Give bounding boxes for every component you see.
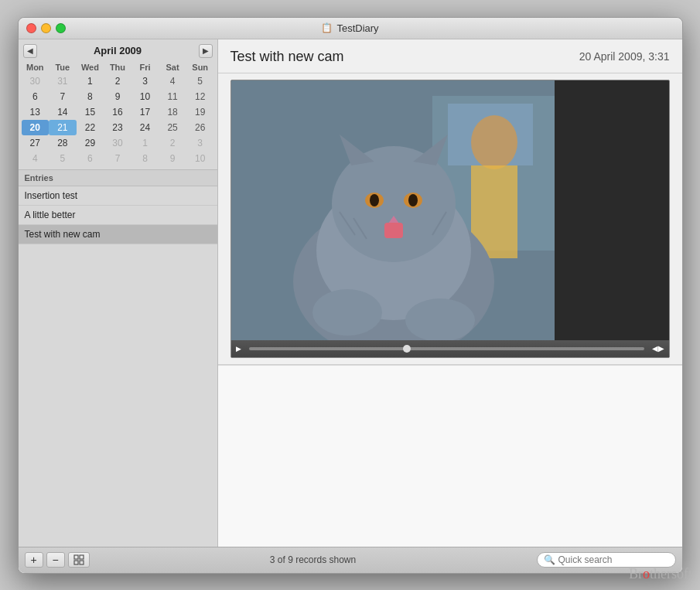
close-button[interactable] xyxy=(26,23,36,33)
calendar-day[interactable]: 13 xyxy=(22,104,50,120)
calendar-day[interactable]: 1 xyxy=(131,135,159,151)
title-text: TestDiary xyxy=(336,22,378,34)
svg-rect-15 xyxy=(384,223,403,238)
main-window: 📋 TestDiary ◀ April 2009 ▶ Mon Tue xyxy=(18,17,683,574)
calendar: ◀ April 2009 ▶ Mon Tue Wed Thu Fri Sat xyxy=(19,39,217,170)
calendar-week-row: 20212223242526 xyxy=(22,120,214,135)
weekday-mon: Mon xyxy=(22,61,50,73)
calendar-day[interactable]: 26 xyxy=(186,120,214,135)
document-icon: 📋 xyxy=(321,22,333,33)
calendar-day[interactable]: 7 xyxy=(49,89,77,104)
calendar-day[interactable]: 29 xyxy=(77,135,104,151)
weekday-sat: Sat xyxy=(159,61,186,73)
search-input[interactable] xyxy=(558,554,667,565)
bottom-toolbar: + − 3 of 9 records shown 🔍 xyxy=(19,547,682,573)
entries-list: Insertion testA little betterTest with n… xyxy=(19,186,217,547)
play-button[interactable]: ▶ xyxy=(236,345,241,353)
calendar-day[interactable]: 15 xyxy=(77,104,104,120)
svg-rect-21 xyxy=(74,555,78,559)
calendar-day[interactable]: 27 xyxy=(22,135,50,151)
calendar-day[interactable]: 8 xyxy=(77,89,104,104)
calendar-day[interactable]: 8 xyxy=(131,151,159,166)
calendar-day[interactable]: 12 xyxy=(186,89,214,104)
calendar-weekday-row: Mon Tue Wed Thu Fri Sat Sun xyxy=(22,61,214,73)
video-scrubber[interactable] xyxy=(249,347,644,350)
svg-point-13 xyxy=(408,194,418,206)
search-container: 🔍 xyxy=(537,552,676,568)
calendar-week-row: 6789101112 xyxy=(22,89,214,104)
entry-item[interactable]: Insertion test xyxy=(19,186,217,206)
calendar-day[interactable]: 10 xyxy=(186,151,214,166)
calendar-week-row: 13141516171819 xyxy=(22,104,214,120)
video-controls: ▶ ◀▶ xyxy=(231,340,669,357)
svg-point-17 xyxy=(405,298,475,340)
calendar-day[interactable]: 16 xyxy=(104,104,131,120)
calendar-day[interactable]: 11 xyxy=(159,89,186,104)
calendar-day[interactable]: 6 xyxy=(22,89,50,104)
calendar-day[interactable]: 2 xyxy=(104,73,131,89)
maximize-button[interactable] xyxy=(56,23,66,33)
video-area: ▶ ◀▶ xyxy=(218,73,682,365)
calendar-day[interactable]: 17 xyxy=(131,104,159,120)
calendar-day[interactable]: 2 xyxy=(159,135,186,151)
window-title: 📋 TestDiary xyxy=(321,22,378,34)
calendar-day[interactable]: 30 xyxy=(104,135,131,151)
calendar-day[interactable]: 5 xyxy=(49,151,77,166)
entry-header: Test with new cam 20 April 2009, 3:31 xyxy=(218,39,682,73)
calendar-header: ◀ April 2009 ▶ xyxy=(22,44,214,58)
calendar-day[interactable]: 14 xyxy=(49,104,77,120)
weekday-thu: Thu xyxy=(104,61,131,73)
calendar-day[interactable]: 22 xyxy=(77,120,104,135)
weekday-tue: Tue xyxy=(49,61,77,73)
calendar-day[interactable]: 20 xyxy=(22,120,50,135)
calendar-week-row: 45678910 xyxy=(22,151,214,166)
entries-header: Entries xyxy=(19,170,217,186)
calendar-day[interactable]: 5 xyxy=(186,73,214,89)
grid-icon xyxy=(73,554,84,565)
calendar-day[interactable]: 31 xyxy=(49,73,77,89)
calendar-day[interactable]: 24 xyxy=(131,120,159,135)
calendar-day[interactable]: 3 xyxy=(131,73,159,89)
entry-title: Test with new cam xyxy=(230,49,344,65)
calendar-day[interactable]: 9 xyxy=(104,89,131,104)
remove-entry-button[interactable]: − xyxy=(46,552,65,568)
calendar-day[interactable]: 4 xyxy=(22,151,50,166)
entry-item[interactable]: Test with new cam xyxy=(19,225,217,244)
calendar-week-row: 303112345 xyxy=(22,73,214,89)
search-icon: 🔍 xyxy=(544,554,555,565)
calendar-day[interactable]: 4 xyxy=(159,73,186,89)
weekday-wed: Wed xyxy=(77,61,104,73)
calendar-day[interactable]: 7 xyxy=(104,151,131,166)
svg-point-7 xyxy=(332,146,456,262)
entry-text-area xyxy=(218,365,682,547)
calendar-prev-button[interactable]: ◀ xyxy=(23,44,37,58)
records-status: 3 of 9 records shown xyxy=(93,554,534,565)
calendar-day[interactable]: 28 xyxy=(49,135,77,151)
volume-button[interactable]: ◀▶ xyxy=(652,344,664,353)
svg-point-16 xyxy=(312,289,382,336)
video-svg xyxy=(231,80,555,340)
video-frame xyxy=(231,80,555,340)
calendar-day[interactable]: 19 xyxy=(186,104,214,120)
titlebar: 📋 TestDiary xyxy=(19,18,682,39)
calendar-day[interactable]: 10 xyxy=(131,89,159,104)
grid-view-button[interactable] xyxy=(68,552,90,568)
sidebar: ◀ April 2009 ▶ Mon Tue Wed Thu Fri Sat xyxy=(19,39,218,547)
svg-rect-23 xyxy=(74,561,78,564)
entry-item[interactable]: A little better xyxy=(19,206,217,225)
calendar-day[interactable]: 21 xyxy=(49,120,77,135)
add-entry-button[interactable]: + xyxy=(25,552,43,568)
calendar-next-button[interactable]: ▶ xyxy=(199,44,213,58)
calendar-day[interactable]: 23 xyxy=(104,120,131,135)
calendar-day[interactable]: 1 xyxy=(77,73,104,89)
scrubber-thumb[interactable] xyxy=(403,345,411,353)
calendar-day[interactable]: 18 xyxy=(159,104,186,120)
main-panel: Test with new cam 20 April 2009, 3:31 xyxy=(218,39,682,547)
window-controls xyxy=(26,23,66,33)
calendar-day[interactable]: 25 xyxy=(159,120,186,135)
calendar-day[interactable]: 30 xyxy=(22,73,50,89)
calendar-day[interactable]: 3 xyxy=(186,135,214,151)
minimize-button[interactable] xyxy=(41,23,51,33)
calendar-day[interactable]: 9 xyxy=(159,151,186,166)
calendar-day[interactable]: 6 xyxy=(77,151,104,166)
